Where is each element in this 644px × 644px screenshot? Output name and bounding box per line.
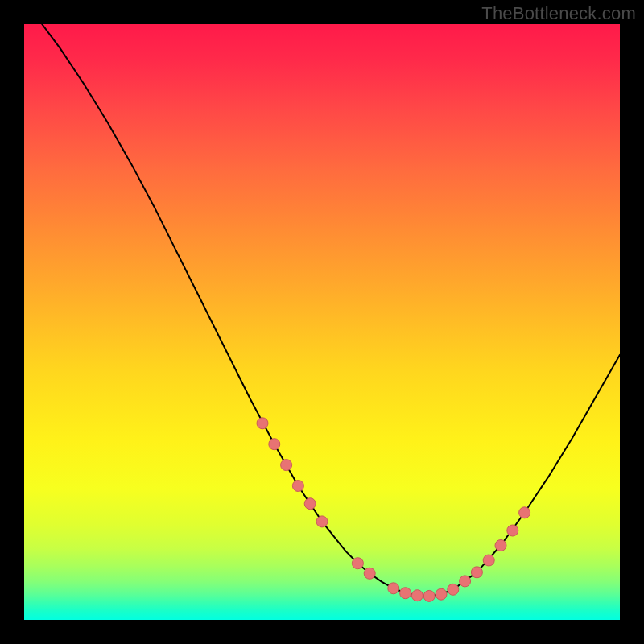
data-dot xyxy=(304,498,316,510)
data-dot xyxy=(507,525,518,536)
data-dot xyxy=(460,576,471,587)
data-dot xyxy=(388,583,399,594)
data-dot xyxy=(352,558,363,569)
data-dot xyxy=(471,567,482,578)
chart-svg xyxy=(24,24,620,620)
data-dot xyxy=(269,439,280,450)
watermark-text: TheBottleneck.com xyxy=(481,3,636,24)
data-dot xyxy=(519,507,530,518)
data-dot xyxy=(448,584,459,595)
data-dot xyxy=(292,481,303,492)
data-dot xyxy=(364,568,375,579)
data-dot xyxy=(436,588,447,600)
data-dot xyxy=(483,555,494,566)
data-dot xyxy=(411,590,423,601)
bottleneck-curve xyxy=(42,24,620,596)
data-dot xyxy=(495,540,506,551)
data-dot xyxy=(400,588,411,599)
data-dot xyxy=(423,590,435,601)
plot-area xyxy=(24,24,620,620)
data-dot xyxy=(316,516,328,527)
data-dot xyxy=(281,460,292,471)
data-dot xyxy=(257,418,268,429)
data-dots xyxy=(257,418,530,602)
